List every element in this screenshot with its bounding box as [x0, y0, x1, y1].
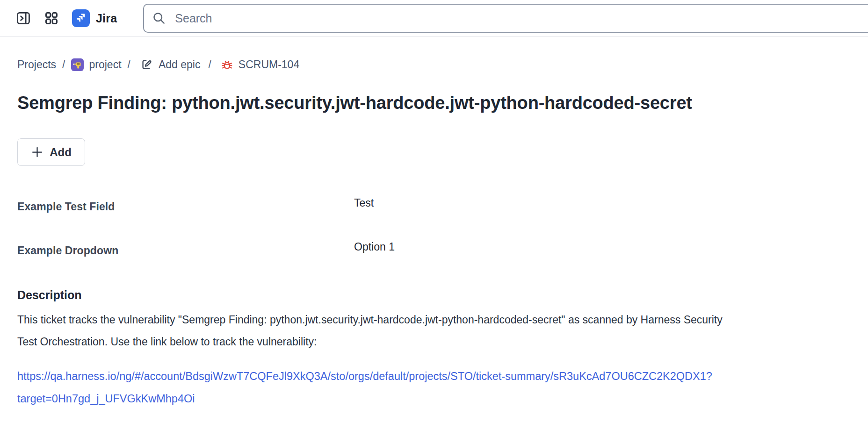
breadcrumb: Projects / project /: [17, 58, 851, 71]
add-button-label: Add: [50, 146, 72, 159]
breadcrumb-add-epic-label: Add epic: [159, 58, 201, 71]
add-button[interactable]: Add: [17, 138, 85, 166]
breadcrumb-add-epic[interactable]: Add epic: [140, 58, 201, 71]
edit-icon: [140, 58, 153, 71]
expand-sidebar-icon: [15, 10, 31, 26]
breadcrumb-separator: /: [62, 58, 65, 71]
description-section: Description This ticket tracks the vulne…: [17, 288, 851, 410]
breadcrumb-projects[interactable]: Projects: [17, 58, 56, 71]
bug-icon: [221, 58, 233, 71]
field-value[interactable]: Option 1: [354, 241, 851, 253]
field-row-example-dropdown: Example Dropdown Option 1: [17, 244, 851, 257]
breadcrumb-issue-key: SCRUM-104: [239, 58, 299, 71]
description-body[interactable]: This ticket tracks the vulnerability "Se…: [17, 309, 728, 353]
issue-title[interactable]: Semgrep Finding: python.jwt.security.jwt…: [17, 89, 719, 117]
custom-fields: Example Test Field Test Example Dropdown…: [17, 201, 851, 257]
breadcrumb-project[interactable]: project: [71, 58, 121, 71]
field-value[interactable]: Test: [354, 197, 851, 209]
breadcrumb-separator: /: [128, 58, 130, 71]
field-row-example-test-field: Example Test Field Test: [17, 201, 851, 213]
project-avatar-icon: [71, 58, 84, 71]
top-navigation-bar: Jira: [0, 0, 868, 37]
jira-logo-icon: [72, 9, 90, 27]
breadcrumb-separator: /: [208, 58, 211, 71]
field-label: Example Test Field: [17, 201, 354, 213]
app-title: Jira: [96, 12, 117, 25]
plus-icon: [31, 146, 43, 158]
jira-home-link[interactable]: Jira: [72, 9, 117, 27]
sidebar-toggle-button[interactable]: [13, 8, 34, 29]
global-search: [143, 4, 868, 33]
issue-view: Projects / project /: [0, 58, 868, 410]
app-grid-icon: [44, 11, 59, 26]
description-heading: Description: [17, 288, 851, 302]
app-switcher-button[interactable]: [41, 8, 62, 29]
vulnerability-link[interactable]: https://qa.harness.io/ng/#/account/Bdsgi…: [17, 365, 719, 410]
search-input[interactable]: [143, 4, 868, 33]
breadcrumb-issue[interactable]: SCRUM-104: [221, 58, 299, 71]
field-label: Example Dropdown: [17, 244, 354, 257]
breadcrumb-project-label: project: [89, 58, 121, 71]
